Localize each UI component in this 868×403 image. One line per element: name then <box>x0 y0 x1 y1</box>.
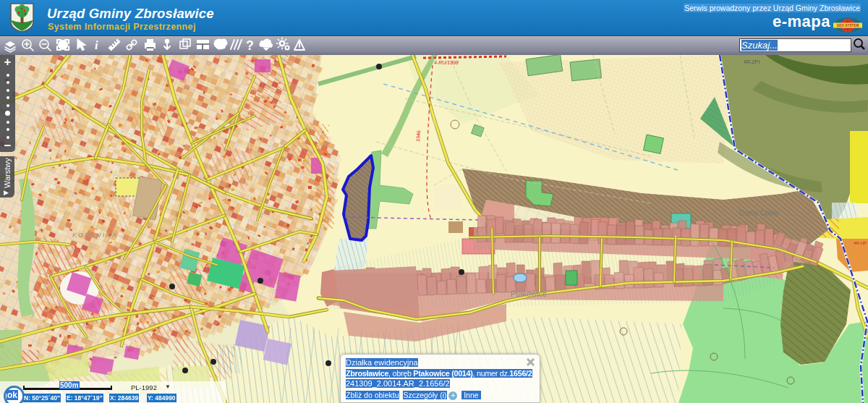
svg-text:KOPANINA: KOPANINA <box>72 232 118 239</box>
svg-text:4-RU/1998: 4-RU/1998 <box>434 60 459 65</box>
svg-text:4R-UP: 4R-UP <box>854 241 867 245</box>
svg-text:1946: 1946 <box>415 130 421 142</box>
svg-text:Ptakowice: Ptakowice <box>511 289 547 298</box>
svg-text:i: i <box>95 38 98 52</box>
svg-text:Domy Celne: Domy Celne <box>739 209 779 217</box>
svg-text:?: ? <box>246 38 254 53</box>
svg-text:GEO-SYSTEM: GEO-SYSTEM <box>837 24 859 27</box>
svg-text:4R-ZPI: 4R-ZPI <box>744 59 760 64</box>
